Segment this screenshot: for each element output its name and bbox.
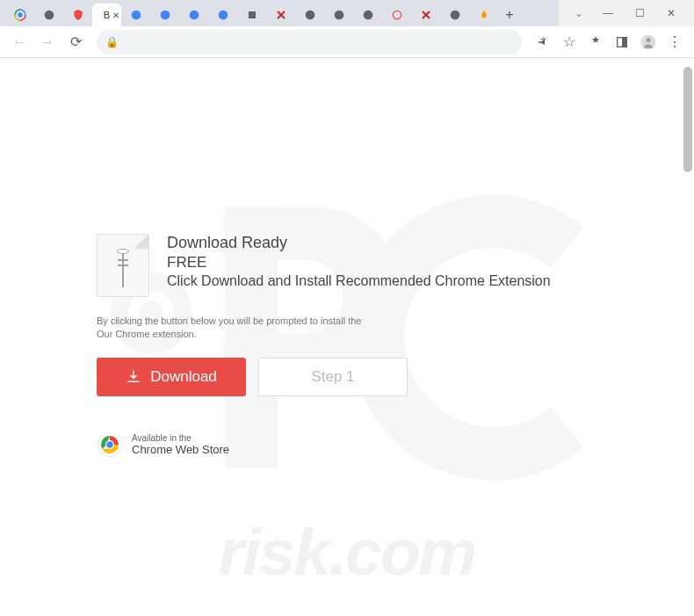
browser-toolbar: ← → ⟳ 🔒 ☆ ⋮ <box>0 26 694 58</box>
share-icon[interactable] <box>531 30 555 54</box>
disclaimer-text: By clicking the button below you will be… <box>97 315 589 342</box>
file-icon <box>97 234 149 297</box>
window-dropdown[interactable]: ⌄ <box>566 1 592 25</box>
window-maximize[interactable]: ☐ <box>624 1 655 25</box>
svg-rect-17 <box>622 37 626 47</box>
svg-point-1 <box>18 12 22 17</box>
svg-point-13 <box>363 11 372 20</box>
chrome-store-badge[interactable]: Available in the Chrome Web Store <box>97 431 589 458</box>
reload-button[interactable]: ⟳ <box>63 30 88 54</box>
scrollbar-thumb[interactable] <box>683 67 692 172</box>
svg-point-5 <box>44 11 54 20</box>
tab-google[interactable] <box>150 4 179 26</box>
tab-x[interactable] <box>411 4 440 26</box>
tab-globe[interactable] <box>34 4 63 26</box>
free-label: FREE <box>167 254 551 272</box>
chrome-logo-icon <box>97 431 123 458</box>
tab-globe[interactable] <box>353 4 382 26</box>
download-button-label: Download <box>150 368 217 386</box>
tab-x[interactable] <box>266 4 295 26</box>
card-heading: Download Ready <box>167 234 551 252</box>
back-button[interactable]: ← <box>7 30 32 54</box>
svg-point-7 <box>160 11 170 20</box>
window-minimize[interactable]: — <box>592 1 624 25</box>
svg-point-15 <box>450 11 459 20</box>
tab-google[interactable] <box>121 4 150 26</box>
download-card: Download Ready FREE Click Download and I… <box>97 234 589 458</box>
download-button[interactable]: Download <box>97 358 246 396</box>
step-button[interactable]: Step 1 <box>258 358 408 396</box>
tab-globe[interactable] <box>324 4 353 26</box>
tab-shield[interactable] <box>63 4 92 26</box>
menu-icon[interactable]: ⋮ <box>662 30 687 54</box>
svg-point-19 <box>647 38 651 42</box>
address-bar[interactable]: 🔒 <box>97 30 522 54</box>
download-icon <box>126 369 141 385</box>
tab-google[interactable] <box>208 4 237 26</box>
tab-globe[interactable] <box>440 4 469 26</box>
svg-point-9 <box>218 11 228 20</box>
step-button-label: Step 1 <box>311 368 354 386</box>
extensions-icon[interactable] <box>583 30 608 54</box>
tab-google[interactable] <box>5 4 34 26</box>
svg-point-11 <box>305 11 314 20</box>
window-close[interactable]: ✕ <box>655 1 687 25</box>
page-viewport: risk.com Download Ready FREE Click Downl… <box>0 58 694 616</box>
card-subtitle: Click Download and Install Recommended C… <box>167 273 551 289</box>
store-name-label: Chrome Web Store <box>132 443 229 456</box>
tab-flame[interactable] <box>469 4 498 26</box>
tab-globe[interactable] <box>295 4 324 26</box>
svg-point-12 <box>334 11 343 20</box>
tab-active[interactable]: B✕ <box>92 4 121 26</box>
window-controls: ⌄ — ☐ ✕ <box>559 0 694 26</box>
svg-rect-10 <box>249 11 256 18</box>
new-tab-button[interactable]: + <box>498 4 521 26</box>
watermark-text: risk.com <box>0 514 694 590</box>
forward-button[interactable]: → <box>35 30 60 54</box>
tab-circle[interactable] <box>382 4 411 26</box>
tab-close-icon[interactable]: ✕ <box>112 11 119 20</box>
svg-point-8 <box>189 11 199 20</box>
profile-icon[interactable] <box>636 30 661 54</box>
scrollbar[interactable] <box>682 58 694 616</box>
tab-anchor[interactable] <box>237 4 266 26</box>
bookmark-icon[interactable]: ☆ <box>557 30 582 54</box>
lock-icon: 🔒 <box>105 36 119 48</box>
svg-point-6 <box>131 11 141 20</box>
sidepanel-icon[interactable] <box>610 30 634 54</box>
tab-google[interactable] <box>179 4 208 26</box>
svg-point-14 <box>393 11 401 18</box>
store-available-label: Available in the <box>132 433 229 443</box>
